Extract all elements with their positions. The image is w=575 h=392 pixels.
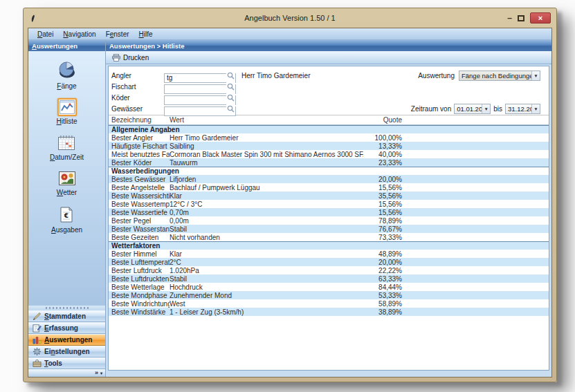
close-button[interactable]: ×	[530, 12, 551, 24]
pen-form-icon	[32, 324, 42, 333]
cell-quote: 76,67%	[363, 225, 408, 233]
column-header-wert[interactable]: Wert	[170, 116, 363, 124]
table-row: Beste MondphaseZunehmender Mond53,33%	[109, 291, 549, 299]
cell-bezeichnung: Bester Köder	[111, 159, 170, 167]
cell-bezeichnung: Beste Mondphase	[111, 292, 170, 299]
section-title: Wasserbedingungen	[111, 167, 549, 175]
menu-bar: Datei Navigation Fenster Hilfe	[28, 28, 551, 40]
bar-chart-icon	[32, 335, 42, 345]
koeder-search-icon[interactable]	[226, 93, 235, 102]
cell-bezeichnung: Beste Wetterlage	[111, 283, 170, 291]
column-header-quote[interactable]: Quote	[363, 116, 408, 124]
menu-datei[interactable]: Datei	[33, 30, 58, 39]
table-row: Häufigste FischartSaibling13,33%	[109, 142, 549, 150]
cell-quote: 40,00%	[363, 151, 408, 158]
cell-wert: Cormoran Black Master Spin 300 mit Shima…	[170, 151, 363, 158]
cell-wert: Stabil	[170, 275, 363, 283]
cell-wert: Klar	[170, 250, 363, 258]
table-section-row: Wasserbedingungen	[109, 167, 549, 175]
line-chart-icon	[57, 98, 77, 116]
cell-quote: 15,56%	[363, 184, 408, 192]
sidebar-item-faenge[interactable]: Fänge	[55, 59, 78, 90]
nav-button-einstellungen[interactable]: Einstellungen	[28, 346, 105, 357]
cell-bezeichnung: Beste Lufttemperatur	[111, 259, 170, 266]
cell-wert: 12°C / 3°C	[170, 200, 363, 208]
angler-result-text: Herr Timo Gardemeier	[241, 72, 310, 80]
cell-bezeichnung: Beste Windstärke	[111, 308, 170, 316]
nav-button-tools[interactable]: Tools	[28, 357, 105, 369]
minimize-button[interactable]: –	[507, 15, 512, 21]
table-row: Bestes GewässerLifjorden20,00%	[109, 175, 549, 183]
cell-quote: 20,00%	[363, 176, 408, 183]
section-title: Wetterfaktoren	[111, 242, 549, 250]
cell-quote: 22,22%	[363, 267, 408, 274]
table-row: Bester WasserstandStabil76,67%	[109, 225, 549, 233]
app-logo-icon	[30, 13, 36, 23]
chevron-down-icon: ▾	[100, 371, 102, 375]
table-row: Beste WassersichtigkeitKlar35,56%	[109, 192, 549, 200]
sidebar-splitter-handle[interactable]	[28, 306, 105, 310]
table-row: Bester HimmelKlar48,89%	[109, 250, 549, 258]
zeitraum-von-select[interactable]: 01.01.2015 ▼	[454, 104, 491, 114]
cell-quote: 38,89%	[363, 308, 408, 316]
gear-icon	[32, 347, 42, 357]
cell-quote: 73,33%	[363, 234, 408, 241]
maximize-button[interactable]	[518, 15, 524, 21]
cell-bezeichnung: Bester Wasserstand	[111, 225, 170, 233]
gewaesser-input[interactable]	[164, 106, 236, 116]
zeitraum-bis-select[interactable]: 31.12.2015 ▼	[505, 104, 540, 114]
cell-quote: 20,00%	[363, 259, 408, 266]
chevron-right-icon: »	[95, 370, 98, 376]
pie-chart-icon	[55, 59, 78, 81]
cell-wert: Zunehmender Mond	[170, 292, 363, 299]
sidebar: Auswertungen Fänge	[28, 40, 106, 377]
sidebar-item-hitliste[interactable]: Hitliste	[56, 98, 77, 125]
auswertung-select[interactable]: Fänge nach Bedingungen ▼	[459, 71, 540, 81]
cell-quote: 15,56%	[363, 200, 408, 208]
app-window: Angelbuch Version 1.50 / 1 – × Datei Nav…	[23, 8, 557, 382]
cell-quote: 53,33%	[363, 292, 408, 299]
sidebar-item-wetter[interactable]: Wetter	[57, 169, 77, 196]
table-row: Beste WetterlageHochdruck84,44%	[109, 283, 549, 291]
dropdown-arrow-icon: ▼	[531, 104, 540, 113]
toolbar: Drucken	[106, 51, 551, 64]
cell-wert: 0,70m	[170, 209, 363, 216]
table-row: Beste Wassertemperatur12°C / 3°C15,56%	[109, 200, 549, 208]
print-button[interactable]: Drucken	[109, 53, 154, 63]
nav-button-stammdaten[interactable]: Stammdaten	[28, 310, 105, 322]
fischart-search-icon[interactable]	[226, 82, 235, 91]
cell-bezeichnung: Beste Luftdrucktendenz	[111, 275, 170, 283]
cell-bezeichnung: Beste Wassertemperatur	[111, 200, 170, 208]
sidebar-item-ausgaben[interactable]: € Ausgaben	[51, 205, 82, 234]
svg-text:€: €	[64, 212, 69, 219]
angler-search-icon[interactable]	[226, 71, 235, 80]
cell-bezeichnung: Häufigste Fischart	[111, 142, 170, 150]
cell-wert: Hochdruck	[170, 283, 363, 291]
cell-bezeichnung: Beste Windrichtung	[111, 300, 170, 308]
cell-bezeichnung: Bester Pegel	[111, 217, 170, 225]
cell-bezeichnung: Bester Luftdruck	[111, 267, 170, 274]
bis-label: bis	[493, 105, 502, 113]
cell-wert: 2°C	[170, 259, 363, 266]
nav-button-erfassung[interactable]: Erfassung	[28, 322, 105, 334]
menu-fenster[interactable]: Fenster	[101, 30, 134, 39]
menu-hilfe[interactable]: Hilfe	[134, 30, 158, 39]
photo-icon	[57, 169, 77, 187]
sidebar-item-datum-zeit[interactable]: Datum/Zeit	[50, 133, 84, 161]
cell-bezeichnung: Beste Gezeiten	[111, 234, 170, 241]
toolbox-icon	[32, 359, 42, 368]
cell-wert: Lifjorden	[170, 176, 363, 183]
table-section-row: Allgemeine Angaben	[109, 125, 549, 133]
document-euro-icon: €	[58, 205, 75, 225]
nav-button-auswertungen[interactable]: Auswertungen	[28, 334, 105, 346]
cell-quote: 35,56%	[363, 192, 408, 200]
column-header-bezeichnung[interactable]: Bezeichnung	[111, 116, 170, 124]
cell-bezeichnung: Bester Angler	[111, 134, 170, 142]
sidebar-configure-buttons[interactable]: » ▾	[28, 369, 105, 377]
dropdown-arrow-icon: ▼	[531, 71, 540, 80]
table-header: Bezeichnung Wert Quote	[109, 115, 549, 125]
printer-icon	[112, 54, 120, 62]
cell-quote: 13,33%	[363, 142, 408, 150]
menu-navigation[interactable]: Navigation	[58, 30, 100, 39]
gewaesser-search-icon[interactable]	[226, 104, 235, 113]
